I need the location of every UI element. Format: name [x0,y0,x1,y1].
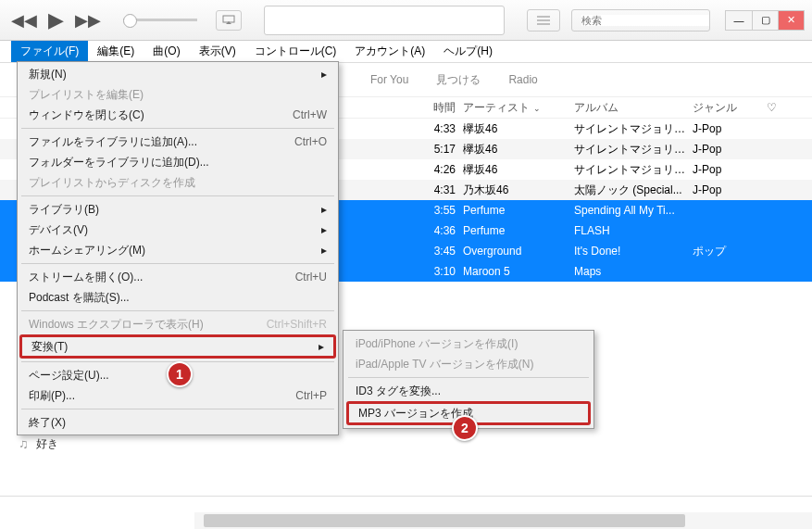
menu-編集[interactable]: 編集(E) [88,41,144,62]
cell-genre: ポップ [693,244,757,259]
menu-item[interactable]: ID3 タグを変換... [346,381,591,401]
menu-item[interactable]: ファイルをライブラリに追加(A)...Ctrl+O [19,132,336,152]
submenu-arrow-icon: ▸ [319,340,324,353]
menu-item: プレイリストからディスクを作成 [19,172,336,193]
list-icon [537,16,550,25]
menu-item-label: Windows エクスプローラで表示(H) [29,317,204,333]
airplay-button[interactable] [216,10,242,31]
menu-item-label: 印刷(P)... [29,388,75,404]
menu-item-label: Podcast を購読(S)... [29,290,130,306]
menu-item[interactable]: ホームシェアリング(M)▸ [19,240,336,260]
cell-album: Spending All My Ti... [574,204,693,217]
menu-item-label: ウィンドウを閉じる(C) [29,107,144,123]
menu-item[interactable]: 終了(X) [19,412,336,433]
scrollbar-thumb[interactable] [204,514,685,527]
cell-artist: Maroon 5 [463,265,574,278]
menu-ヘルプ[interactable]: ヘルプ(H) [434,41,502,62]
cell-album: FLASH [574,224,693,237]
menu-item[interactable]: ライブラリ(B)▸ [19,199,336,220]
cell-album: It's Done! [574,245,693,258]
annotation-badge-2: 2 [452,415,478,441]
submenu-arrow-icon: ▸ [321,223,327,236]
minimize-button[interactable]: ― [726,11,752,30]
submenu-arrow-icon: ▸ [321,244,327,257]
horizontal-scrollbar[interactable] [194,512,812,529]
menu-表示[interactable]: 表示(V) [190,41,245,62]
cell-artist: 乃木坂46 [463,183,574,198]
menu-item-label: 終了(X) [29,415,66,431]
search-input[interactable] [581,15,709,26]
cell-artist: 欅坂46 [463,142,574,157]
menu-item: iPod/iPhone バージョンを作成(I) [346,334,591,354]
menu-item-label: プレイリストからディスクを作成 [29,175,195,191]
menu-item[interactable]: フォルダーをライブラリに追加(D)... [19,152,336,172]
convert-submenu: iPod/iPhone バージョンを作成(I)iPad/Apple TV バージ… [343,330,594,429]
menu-item-label: ページ設定(U)... [29,368,109,384]
menu-shortcut: Ctrl+U [295,271,327,283]
menu-item[interactable]: ウィンドウを閉じる(C)Ctrl+W [19,105,336,125]
menu-item[interactable]: デバイス(V)▸ [19,220,336,240]
menu-shortcut: Ctrl+P [295,389,327,402]
submenu-arrow-icon: ▸ [321,203,327,216]
menu-item-label: iPod/iPhone バージョンを作成(I) [356,336,518,352]
close-button[interactable]: ✕ [778,11,804,30]
menu-item-label: 新規(N) [29,67,67,82]
menu-separator [21,263,334,264]
menu-item-label: 変換(T) [31,339,68,355]
header-love[interactable]: ♡ [757,101,785,114]
maximize-button[interactable]: ▢ [752,11,778,30]
menu-item: プレイリストを編集(E) [19,84,336,105]
menu-separator [348,377,589,378]
menu-アカウント[interactable]: アカウント(A) [345,41,434,62]
playlist-item[interactable]: ♫好き [0,434,185,454]
menu-separator [21,128,334,129]
menu-item[interactable]: ストリームを開く(O)...Ctrl+U [19,267,336,287]
window-controls: ― ▢ ✕ [725,10,805,31]
next-button[interactable]: ▶▶ [71,6,105,34]
now-playing-panel [264,6,505,35]
menu-item[interactable]: 新規(N)▸ [19,64,336,84]
cell-artist: 欅坂46 [463,162,574,178]
menu-item-label: ストリームを開く(O)... [29,270,143,285]
cell-genre: J-Pop [693,143,757,156]
menu-曲[interactable]: 曲(O) [144,41,189,62]
menu-shortcut: Ctrl+O [294,135,327,148]
menu-item-label: フォルダーをライブラリに追加(D)... [29,155,209,170]
cell-genre: J-Pop [693,163,757,176]
cell-album: Maps [574,265,693,278]
menu-separator [21,195,334,196]
submenu-arrow-icon: ▸ [321,68,327,81]
list-view-button[interactable] [527,9,560,31]
tab-見つける[interactable]: 見つける [436,72,481,88]
menu-item-label: ID3 タグを変換... [356,384,441,399]
menu-item-label: ホームシェアリング(M) [29,243,145,258]
menubar: ファイル(F)編集(E)曲(O)表示(V)コントロール(C)アカウント(A)ヘル… [0,41,812,63]
play-button[interactable]: ▶ [44,5,68,36]
tab-for-you[interactable]: For You [370,73,408,86]
menu-item-label: ファイルをライブラリに追加(A)... [29,134,197,150]
header-album[interactable]: アルバム [574,100,693,116]
menu-ファイル[interactable]: ファイル(F) [11,41,88,62]
cell-artist: Perfume [463,204,574,217]
volume-slider[interactable] [123,19,197,21]
header-genre[interactable]: ジャンル [693,100,757,116]
svg-rect-0 [223,16,234,22]
menu-コントロール[interactable]: コントロール(C) [245,41,346,62]
menu-item-label: プレイリストを編集(E) [29,87,144,103]
prev-button[interactable]: ◀◀ [7,6,41,34]
player-toolbar: ◀◀ ▶ ▶▶ ― ▢ ✕ [0,0,812,41]
menu-separator [21,310,334,311]
header-artist[interactable]: アーティスト⌄ [463,100,574,116]
sort-indicator-icon: ⌄ [533,104,541,113]
menu-item: Windows エクスプローラで表示(H)Ctrl+Shift+R [19,314,336,334]
menu-item[interactable]: 印刷(P)...Ctrl+P [19,385,336,406]
search-box[interactable] [571,9,710,31]
tab-radio[interactable]: Radio [508,73,537,86]
airplay-icon [222,15,235,26]
cell-genre: J-Pop [693,183,757,196]
menu-separator [21,409,334,409]
playlist-label: 好き [36,436,58,452]
cell-album: サイレントマジョリティ... [574,121,693,137]
menu-item[interactable]: Podcast を購読(S)... [19,287,336,308]
menu-item[interactable]: 変換(T)▸ [19,334,336,359]
